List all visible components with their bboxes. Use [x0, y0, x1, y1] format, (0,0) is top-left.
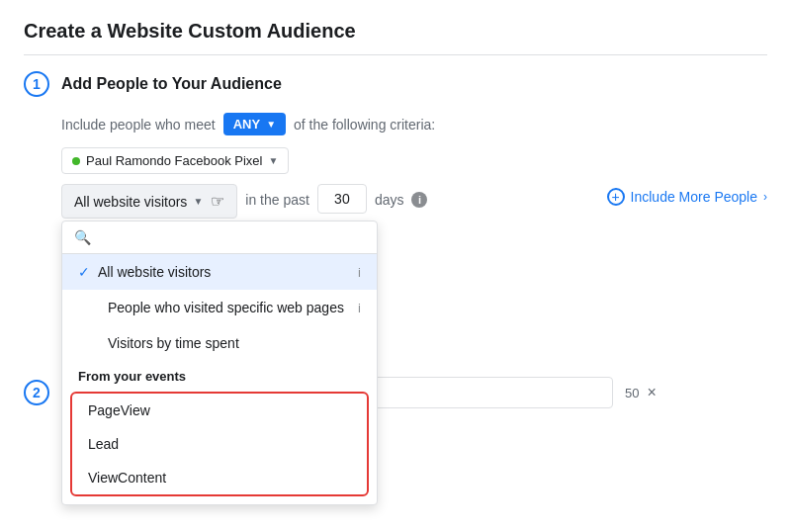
item-info-icon: i — [358, 301, 361, 315]
page-title: Create a Website Custom Audience — [24, 20, 767, 55]
in-past-label: in the past — [245, 184, 309, 208]
visitors-btn-label: All website visitors — [74, 194, 187, 210]
include-more-people-button[interactable]: + Include More People › — [607, 184, 767, 206]
section-1-title: Add People to Your Audience — [61, 75, 282, 93]
item-info-icon: i — [358, 265, 361, 280]
pixel-name: Paul Ramondo Facebook Pixel — [86, 153, 263, 168]
section-1-header: 1 Add People to Your Audience — [24, 71, 767, 97]
pixel-badge[interactable]: Paul Ramondo Facebook Pixel ▼ — [61, 147, 289, 174]
section-1-number: 1 — [24, 71, 49, 97]
dropdown-search-row: 🔍 — [62, 222, 377, 254]
visitors-dropdown-button[interactable]: All website visitors ▼ ☞ — [61, 184, 237, 219]
section-2-number: 2 — [24, 380, 49, 405]
days-info-icon: i — [411, 192, 427, 208]
plus-icon: + — [611, 190, 619, 204]
days-label: days — [375, 184, 404, 208]
visitors-chevron-icon: ▼ — [193, 196, 203, 207]
section-1: 1 Add People to Your Audience Include pe… — [24, 71, 767, 219]
any-chevron-icon: ▼ — [266, 119, 276, 130]
dropdown-item-viewcontent[interactable]: ViewContent — [72, 461, 367, 494]
dropdown-item-label: All website visitors — [98, 264, 211, 280]
item-left: ✓ All website visitors — [78, 264, 211, 280]
include-more-people-label: Include More People — [631, 189, 757, 205]
dropdown-search-input[interactable] — [99, 229, 365, 245]
dropdown-item-label: People who visited specific web pages — [108, 300, 344, 315]
include-row: Include people who meet ANY ▼ of the fol… — [61, 113, 767, 135]
pixel-row: Paul Ramondo Facebook Pixel ▼ — [61, 147, 767, 174]
any-label: ANY — [233, 117, 260, 132]
plus-circle-icon: + — [607, 188, 625, 206]
dropdown-events-box: PageView Lead ViewContent — [70, 392, 369, 496]
pixel-chevron-icon: ▼ — [269, 155, 279, 166]
dropdown-item-all-website-visitors[interactable]: ✓ All website visitors i — [62, 254, 377, 290]
check-icon: ✓ — [78, 264, 90, 280]
character-count: 50 — [625, 386, 639, 400]
cursor-icon: ☞ — [211, 192, 224, 211]
dropdown-section-header: From your events — [62, 361, 377, 388]
item-left: People who visited specific web pages — [78, 300, 344, 315]
pixel-status-dot — [72, 157, 80, 165]
dropdown-item-lead[interactable]: Lead — [72, 427, 367, 461]
dropdown-event-label: ViewContent — [88, 470, 166, 486]
item-left: Visitors by time spent — [78, 335, 239, 351]
dropdown-item-label: Visitors by time spent — [108, 335, 239, 351]
dropdown-search-icon: 🔍 — [74, 229, 91, 245]
include-label: Include people who meet — [61, 117, 216, 133]
visitors-dropdown-wrapper: All website visitors ▼ ☞ 🔍 — [61, 184, 237, 219]
days-input[interactable] — [317, 184, 367, 214]
dropdown-item-specific-pages[interactable]: People who visited specific web pages i — [62, 290, 377, 325]
visitors-left: All website visitors ▼ ☞ 🔍 — [61, 184, 427, 219]
dropdown-event-label: Lead — [88, 436, 119, 452]
dropdown-event-label: PageView — [88, 402, 150, 418]
dropdown-item-time-spent[interactable]: Visitors by time spent — [62, 325, 377, 361]
criteria-label: of the following criteria: — [294, 117, 435, 133]
clear-name-button[interactable]: × — [647, 384, 656, 401]
dropdown-item-pageview[interactable]: PageView — [72, 394, 367, 427]
visitors-and-include-row: All website visitors ▼ ☞ 🔍 — [61, 184, 767, 219]
visitors-dropdown-menu: 🔍 ✓ All website visitors i — [61, 221, 378, 505]
include-more-arrow-icon: › — [763, 190, 767, 204]
any-dropdown[interactable]: ANY ▼ — [223, 113, 286, 135]
